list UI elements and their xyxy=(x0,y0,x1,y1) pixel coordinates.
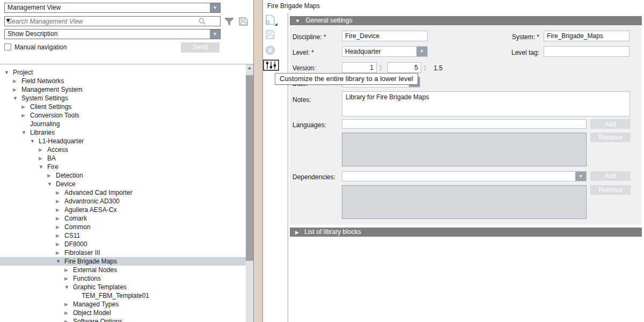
languages-listbox[interactable] xyxy=(342,133,587,166)
chevron-down-icon[interactable]: ▼ xyxy=(210,30,220,39)
chevron-down-icon[interactable]: ▼ xyxy=(5,17,11,24)
languages-remove-button[interactable]: Remove xyxy=(590,133,631,142)
tree-expander-icon[interactable]: ▶ xyxy=(64,310,73,316)
tree-expander-icon[interactable]: ▶ xyxy=(56,224,64,230)
management-view-combobox[interactable]: Management View ▼ xyxy=(4,3,221,13)
tree-expander-icon[interactable]: ▶ xyxy=(56,216,64,221)
tree-item[interactable]: ▶ Field Networks xyxy=(0,77,246,85)
tree-expander-icon[interactable]: ▶ xyxy=(39,147,47,152)
tree-item[interactable]: ▶ CS11 xyxy=(0,231,246,240)
filter-icon[interactable] xyxy=(224,17,235,26)
send-button[interactable]: Send xyxy=(181,42,219,53)
tree-expander-icon[interactable]: ▶ xyxy=(13,78,21,84)
tree-item[interactable]: ▼ System Settings xyxy=(0,94,246,103)
tree-expander-icon[interactable]: ▶ xyxy=(39,156,47,161)
version-major-spinner[interactable]: 1 xyxy=(342,62,377,73)
save-icon[interactable] xyxy=(265,30,275,40)
tree-item[interactable]: ▶ Advantronic AD300 xyxy=(0,197,246,206)
tree-expander-icon[interactable]: ▼ xyxy=(39,164,47,170)
tree-expander-icon[interactable]: ▶ xyxy=(64,276,73,281)
tree-item[interactable]: ▶ Management System xyxy=(0,85,246,94)
search-icon[interactable] xyxy=(199,18,206,25)
tree-expander-icon[interactable]: ▶ xyxy=(64,319,73,322)
tree-item[interactable]: ▼ Graphic Templates xyxy=(0,283,246,291)
chevron-down-icon[interactable]: ▼ xyxy=(210,3,220,12)
spin-down-icon[interactable]: ▼ xyxy=(422,68,428,71)
tree-item[interactable]: ▶ Client Settings xyxy=(0,103,246,111)
library-blocks-header[interactable]: ▶ List of library blocks xyxy=(290,228,642,237)
tree-item[interactable]: ▼ Project xyxy=(0,68,246,77)
tree-item[interactable]: ▶ External Nodes xyxy=(0,266,246,274)
tree-expander-icon[interactable]: ▼ xyxy=(13,96,21,101)
tree-item[interactable]: ▼ Fire Brigade Maps xyxy=(0,257,246,266)
tree-scrollbar[interactable]: ▲ xyxy=(246,64,253,322)
tree-expander-icon[interactable]: ▶ xyxy=(56,241,64,247)
level-dropdown[interactable]: Headquarter ▼ xyxy=(342,46,428,57)
tree-item[interactable]: TEM_FBM_Template01 xyxy=(0,291,246,300)
tree-item[interactable]: ▼ L1-Headquarter xyxy=(0,137,246,145)
manual-navigation-checkbox[interactable] xyxy=(4,43,11,50)
version-minor-spinner[interactable]: 5 xyxy=(387,62,421,73)
level-tag-field[interactable] xyxy=(544,46,630,57)
tree-expander-icon[interactable]: ▼ xyxy=(47,181,56,187)
tree-expander-icon[interactable]: ▶ xyxy=(21,113,30,118)
tree-item[interactable]: ▶ Advanced Cad Importer xyxy=(0,188,246,197)
search-box[interactable]: ▼ xyxy=(4,16,221,26)
tree-expander-icon[interactable]: ▶ xyxy=(21,104,30,109)
customize-library-icon[interactable] xyxy=(263,60,279,71)
dependencies-remove-button[interactable]: Remove xyxy=(590,185,631,195)
version-major-spin-arrows[interactable]: ▲ ▼ xyxy=(377,62,384,73)
tree-item[interactable]: ▼ Libraries xyxy=(0,128,246,137)
tree-expander-icon[interactable]: ▶ xyxy=(56,250,64,255)
tree-item[interactable]: ▶ Comark xyxy=(0,214,246,223)
tree-item[interactable]: ▶ Object Model xyxy=(0,309,246,317)
general-settings-header[interactable]: ▼ General settings xyxy=(290,16,642,25)
chevron-down-icon[interactable]: ▼ xyxy=(416,47,427,56)
tree-item[interactable]: ▶ Managed Types xyxy=(0,300,246,309)
tree-item[interactable]: ▼ Fire xyxy=(0,163,246,171)
dependencies-listbox[interactable] xyxy=(342,185,587,219)
import-library-icon[interactable] xyxy=(264,14,278,26)
cancel-icon[interactable] xyxy=(265,45,275,55)
tree-item[interactable]: ▶ DF8000 xyxy=(0,240,246,248)
tree-expander-icon[interactable]: ▼ xyxy=(30,138,39,144)
save-search-icon[interactable] xyxy=(238,17,248,26)
tree-expander-icon[interactable]: ▼ xyxy=(4,70,13,75)
tree-expander-icon[interactable]: ▶ xyxy=(56,190,64,195)
panel-splitter[interactable] xyxy=(253,0,263,322)
spin-up-icon[interactable]: ▲ xyxy=(422,64,428,68)
spin-up-icon[interactable]: ▲ xyxy=(377,64,384,68)
chevron-down-icon[interactable]: ▼ xyxy=(575,172,586,181)
scroll-up-icon[interactable]: ▲ xyxy=(246,65,253,70)
tree-expander-icon[interactable]: ▼ xyxy=(21,130,30,135)
tree-item[interactable]: Journaling xyxy=(0,120,246,128)
spin-down-icon[interactable]: ▼ xyxy=(377,68,384,71)
collapse-triangle-icon[interactable]: ▼ xyxy=(295,18,300,24)
tree-expander-icon[interactable]: ▼ xyxy=(64,284,73,290)
tree-expander-icon[interactable]: ▶ xyxy=(64,267,73,273)
tree-item[interactable]: ▶ Common xyxy=(0,223,246,231)
languages-add-button[interactable]: Add xyxy=(590,119,631,129)
scrollbar-thumb[interactable] xyxy=(246,75,253,261)
tree-expander-icon[interactable]: ▼ xyxy=(56,259,64,264)
discipline-field[interactable] xyxy=(342,31,428,41)
tree-item[interactable]: ▶ BA xyxy=(0,154,246,163)
languages-input[interactable] xyxy=(342,119,587,129)
tree-expander-icon[interactable]: ▶ xyxy=(56,199,64,204)
expand-triangle-icon[interactable]: ▶ xyxy=(295,230,299,235)
show-description-combobox[interactable]: Show Description ▼ xyxy=(4,29,221,39)
tree-expander-icon[interactable]: ▶ xyxy=(13,87,21,92)
dependencies-dropdown[interactable]: ▼ xyxy=(342,171,587,181)
version-minor-spin-arrows[interactable]: ▲ ▼ xyxy=(422,62,428,73)
tree-item[interactable]: ▶ Software Options xyxy=(0,317,246,322)
tree-expander-icon[interactable]: ▶ xyxy=(47,173,56,178)
tree-item[interactable]: ▶ Aguilera AESA-Cx xyxy=(0,206,246,214)
tree-expander-icon[interactable]: ▶ xyxy=(56,233,64,238)
tree-expander-icon[interactable]: ▶ xyxy=(56,207,64,213)
tree-item[interactable]: ▶ Access xyxy=(0,145,246,154)
tree-item[interactable]: ▶ Fibrolaser III xyxy=(0,248,246,257)
tree-item[interactable]: ▶ Detection xyxy=(0,171,246,180)
notes-field[interactable]: Library for Fire Brigade Maps xyxy=(342,91,630,116)
tree-item[interactable]: ▶ Conversion Tools xyxy=(0,111,246,120)
tree-item[interactable]: ▼ Device xyxy=(0,180,246,188)
